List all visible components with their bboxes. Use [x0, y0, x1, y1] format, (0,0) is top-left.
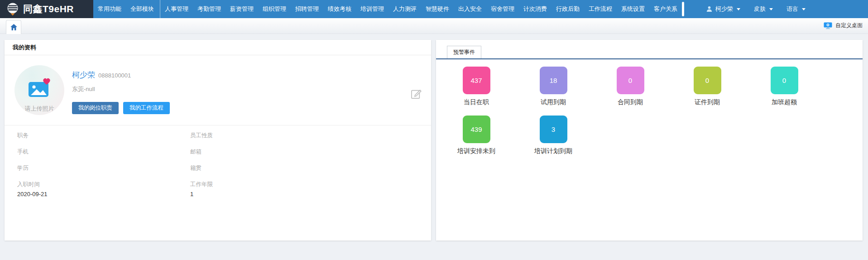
field-label: 员工性质	[190, 132, 418, 140]
nav-menu-item[interactable]: 组织管理	[258, 0, 291, 18]
profile-field: 籍贯	[190, 164, 418, 181]
alert-tile[interactable]: 0 合同到期	[592, 67, 669, 116]
my-workflow-button[interactable]: 我的工作流程	[123, 102, 170, 114]
home-icon	[10, 24, 17, 30]
chevron-down-icon	[802, 8, 806, 10]
alert-tile-label: 加班超额	[746, 98, 823, 106]
alerts-card: 预警事件 437 当日在职 18 试用到期	[436, 40, 863, 241]
profile-field: 手机	[17, 148, 190, 164]
avatar-upload[interactable]: 请上传照片	[14, 65, 64, 115]
nav-menu-item[interactable]: 薪资管理	[225, 0, 258, 18]
alert-count-box[interactable]: 0	[617, 67, 644, 94]
user-name: 柯少荣	[715, 5, 733, 13]
alert-tile[interactable]: 18 试用到期	[515, 67, 592, 116]
main-content: 我的资料 请上传照片 柯少荣 0888100001	[0, 34, 868, 241]
upload-photo-hint: 请上传照片	[14, 105, 64, 113]
alert-count: 0	[782, 77, 786, 84]
chevron-down-icon	[737, 8, 740, 10]
language-label: 语言	[786, 5, 798, 13]
employee-location: 东莞-null	[72, 85, 170, 93]
tab-warning-events[interactable]: 预警事件	[447, 46, 481, 58]
language-menu[interactable]: 语言	[786, 5, 806, 13]
alert-count: 3	[551, 125, 555, 133]
nav-menu-item[interactable]: 全部模块	[126, 0, 158, 18]
field-label: 手机	[17, 148, 190, 156]
alert-tiles-grid: 437 当日在职 18 试用到期 0 合同到期	[436, 59, 825, 164]
nav-menu-item[interactable]: 客户关系	[649, 0, 682, 18]
my-duty-button[interactable]: 我的岗位职责	[72, 102, 119, 114]
alert-count-box[interactable]: 0	[694, 67, 721, 94]
brand-logo[interactable]: 同鑫T9eHR	[0, 0, 93, 18]
user-icon	[706, 5, 713, 13]
nav-scrollbar-thumb[interactable]	[682, 2, 684, 16]
alert-tile[interactable]: 0 加班超额	[746, 67, 823, 116]
alert-tile[interactable]: 3 培训计划到期	[515, 116, 592, 164]
customize-desktop-button[interactable]: 自定义桌面	[824, 22, 863, 29]
alert-tile[interactable]: 439 培训安排未到	[438, 116, 515, 164]
home-tab[interactable]	[6, 20, 21, 34]
skin-menu[interactable]: 皮肤	[754, 5, 773, 13]
customize-desktop-label: 自定义桌面	[835, 22, 863, 29]
desktop-monitor-icon	[824, 22, 832, 29]
profile-summary-row: 请上传照片 柯少荣 0888100001 东莞-null 我的岗位职责 我的工作…	[5, 55, 431, 115]
alerts-tab-header: 预警事件	[436, 40, 863, 59]
top-nav: 同鑫T9eHR 常用功能 全部模块 人事管理 考勤管理 薪资管理 组织管理 招聘…	[0, 0, 868, 18]
field-label: 学历	[17, 164, 190, 172]
profile-field: 员工性质	[190, 132, 418, 148]
alert-count-box[interactable]: 437	[463, 67, 490, 94]
nav-menu-item[interactable]: 工作流程	[584, 0, 617, 18]
alert-count: 439	[470, 125, 482, 133]
user-menu[interactable]: 柯少荣	[706, 5, 740, 13]
nav-menu-item[interactable]: 宿舍管理	[486, 0, 519, 18]
field-label: 邮箱	[190, 148, 418, 156]
alert-count-box[interactable]: 18	[540, 67, 567, 94]
main-nav-menu: 常用功能 全部模块 人事管理 考勤管理 薪资管理 组织管理 招聘管理 绩效考核 …	[93, 0, 682, 18]
field-value	[17, 142, 190, 143]
profile-card: 我的资料 请上传照片 柯少荣 0888100001	[5, 40, 431, 241]
alert-tile[interactable]: 437 当日在职	[438, 67, 515, 116]
field-label: 入职时间	[17, 181, 190, 188]
alert-tile-label: 合同到期	[592, 98, 669, 106]
alert-count: 0	[628, 77, 632, 84]
nav-menu-item[interactable]: 出入安全	[454, 0, 486, 18]
profile-field: 职务	[17, 132, 190, 148]
alert-count-box[interactable]: 3	[540, 116, 567, 143]
nav-right-section: 柯少荣 皮肤 语言	[682, 0, 868, 18]
profile-field: 工作年限 1	[190, 181, 418, 197]
nav-menu-item[interactable]: 考勤管理	[193, 0, 225, 18]
nav-menu-item[interactable]: 常用功能	[93, 0, 126, 18]
employee-id: 0888100001	[98, 72, 131, 79]
field-value	[17, 174, 190, 175]
nav-menu-item[interactable]: 计次消费	[519, 0, 551, 18]
skin-label: 皮肤	[754, 5, 766, 13]
field-value	[190, 158, 418, 159]
nav-menu-item[interactable]: 招聘管理	[291, 0, 323, 18]
profile-card-title: 我的资料	[5, 40, 431, 55]
tab-strip-bar: 自定义桌面	[0, 18, 868, 34]
alert-tile-label: 证件到期	[669, 98, 746, 106]
alert-count: 0	[705, 77, 709, 84]
field-value	[190, 142, 418, 143]
profile-fields-grid: 职务 员工性质 手机 邮箱 学历	[5, 125, 431, 197]
alert-count: 18	[550, 77, 557, 84]
nav-menu-item[interactable]: 绩效考核	[323, 0, 356, 18]
nav-menu-item[interactable]: 系统设置	[617, 0, 649, 18]
alert-count-box[interactable]: 439	[463, 116, 490, 143]
edit-profile-icon[interactable]	[410, 88, 422, 102]
field-label: 职务	[17, 132, 190, 140]
alert-tile-label: 培训安排未到	[438, 147, 515, 155]
profile-field: 入职时间 2020-09-21	[17, 181, 190, 197]
nav-menu-item[interactable]: 行政后勤	[551, 0, 584, 18]
nav-menu-item[interactable]: 智慧硬件	[421, 0, 454, 18]
alert-tile-label: 培训计划到期	[515, 147, 592, 155]
nav-menu-item[interactable]: 人事管理	[160, 0, 193, 18]
t9ehr-logo-icon	[6, 2, 19, 16]
alert-count-box[interactable]: 0	[771, 67, 798, 94]
alert-tile-label: 试用到期	[515, 98, 592, 106]
field-value	[17, 158, 190, 159]
field-label: 工作年限	[190, 181, 418, 188]
alert-tile[interactable]: 0 证件到期	[669, 67, 746, 116]
nav-menu-item[interactable]: 人力测评	[388, 0, 421, 18]
profile-field: 邮箱	[190, 148, 418, 164]
nav-menu-item[interactable]: 培训管理	[356, 0, 388, 18]
